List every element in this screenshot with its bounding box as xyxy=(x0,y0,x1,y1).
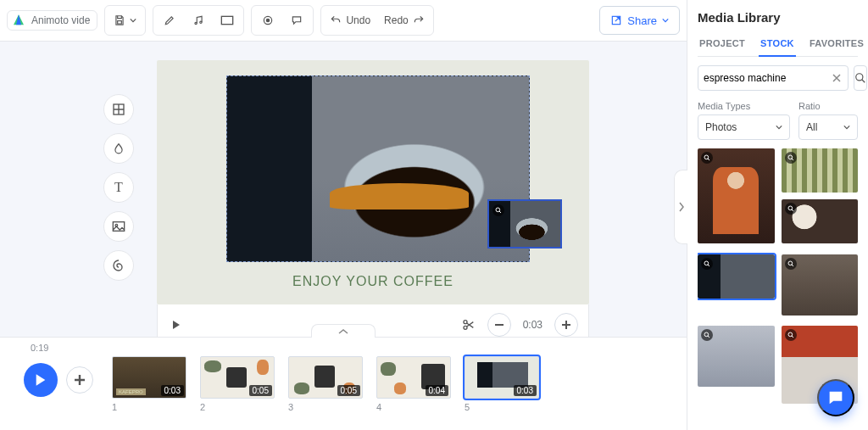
result-zoom-icon[interactable] xyxy=(785,329,797,341)
record-button[interactable] xyxy=(253,8,282,33)
filter-ratio: Ratio All xyxy=(798,101,858,140)
stock-result[interactable] xyxy=(698,326,775,387)
canvas-time: 0:03 xyxy=(520,319,546,331)
canvas-caption[interactable]: ENJOY YOUR COFFEE xyxy=(157,274,589,289)
result-zoom-icon[interactable] xyxy=(701,152,713,164)
svg-point-11 xyxy=(464,320,467,323)
sidebar-title: Media Library xyxy=(698,10,858,25)
media-types-select[interactable]: Photos xyxy=(698,114,790,140)
sidebar-collapse-handle[interactable] xyxy=(674,170,687,244)
canvas-media-background xyxy=(227,76,529,261)
svg-point-14 xyxy=(856,74,863,81)
svg-point-21 xyxy=(788,332,793,337)
result-zoom-icon[interactable] xyxy=(785,203,797,215)
library-tabs: PROJECT STOCK FAVORITES xyxy=(698,33,858,57)
redo-label: Redo xyxy=(384,14,409,26)
tab-project[interactable]: PROJECT xyxy=(698,33,747,56)
slide[interactable]: 0:03 5 xyxy=(465,356,539,412)
undo-button[interactable]: Undo xyxy=(323,8,377,33)
canvas-pip-preview[interactable] xyxy=(487,199,562,249)
svg-point-18 xyxy=(704,261,709,265)
slide-thumb[interactable]: KAFEPRO0:03 xyxy=(112,356,186,399)
slide[interactable]: 0:05 2 xyxy=(200,356,275,412)
minus-icon xyxy=(495,324,504,326)
stock-result[interactable] xyxy=(782,148,859,193)
slide-thumb[interactable]: 0:03 xyxy=(465,356,539,399)
layout-tool[interactable] xyxy=(103,94,134,125)
slide-thumb[interactable]: 0:05 xyxy=(288,356,363,399)
tab-stock[interactable]: STOCK xyxy=(759,33,796,57)
brand: Animoto vide xyxy=(9,13,95,28)
result-zoom-icon[interactable] xyxy=(701,258,713,270)
slide[interactable]: KAFEPRO0:03 1 xyxy=(112,356,186,412)
redo-button[interactable]: Redo xyxy=(377,8,431,33)
canvas-play-button[interactable] xyxy=(168,312,185,338)
animation-tool[interactable] xyxy=(103,250,134,281)
slide-duration: 0:05 xyxy=(337,385,360,396)
timeline-toggle[interactable] xyxy=(311,324,376,338)
slide[interactable]: 0:05 3 xyxy=(288,356,363,412)
svg-rect-3 xyxy=(222,16,233,24)
result-zoom-icon[interactable] xyxy=(785,152,797,164)
filter-label: Media Types xyxy=(698,101,790,111)
play-icon xyxy=(172,320,181,330)
search-button[interactable] xyxy=(854,65,867,91)
tab-favorites[interactable]: FAVORITES xyxy=(808,33,865,56)
stock-result[interactable] xyxy=(782,254,859,316)
stock-result[interactable] xyxy=(698,254,775,299)
canvas[interactable]: ENJOY YOUR COFFEE xyxy=(157,60,589,304)
ratio-value: All xyxy=(806,121,817,133)
share-icon xyxy=(610,14,622,26)
zoom-out-button[interactable] xyxy=(487,313,511,337)
search-box[interactable] xyxy=(698,65,849,91)
svg-point-17 xyxy=(788,206,793,210)
stock-result[interactable] xyxy=(698,148,775,243)
timeline-play-button[interactable] xyxy=(24,363,58,397)
layout-icon xyxy=(112,103,125,116)
svg-point-2 xyxy=(200,21,202,23)
save-menu-button[interactable] xyxy=(107,8,143,33)
trim-button[interactable] xyxy=(459,312,479,338)
svg-point-1 xyxy=(195,22,197,24)
swirl-icon xyxy=(112,259,125,272)
add-slide-button[interactable] xyxy=(66,366,93,394)
slide[interactable]: 0:04 4 xyxy=(376,356,451,412)
music-icon xyxy=(192,14,204,26)
caret-down-icon xyxy=(662,17,669,24)
pip-zoom-icon[interactable] xyxy=(492,204,504,216)
canvas-container: ENJOY YOUR COFFEE 0:03 xyxy=(157,60,589,337)
svg-rect-0 xyxy=(118,21,122,24)
search-input[interactable] xyxy=(704,72,831,84)
svg-point-15 xyxy=(704,155,709,159)
design-button[interactable] xyxy=(155,8,184,33)
slide-thumb[interactable]: 0:04 xyxy=(376,356,451,399)
save-icon xyxy=(114,14,125,26)
result-zoom-icon[interactable] xyxy=(785,258,797,270)
clear-search-icon[interactable] xyxy=(831,74,843,82)
image-tool[interactable] xyxy=(103,211,134,242)
slide-thumb[interactable]: 0:05 xyxy=(200,356,275,399)
text-tool[interactable]: T xyxy=(103,172,134,203)
redo-icon xyxy=(413,14,425,26)
audio-button[interactable] xyxy=(184,8,213,33)
chat-icon xyxy=(826,388,845,407)
result-zoom-icon[interactable] xyxy=(701,329,713,341)
undo-label: Undo xyxy=(346,14,370,26)
text-icon: T xyxy=(114,180,123,195)
search-icon xyxy=(854,72,866,84)
zoom-in-button[interactable] xyxy=(554,313,578,337)
share-button[interactable]: Share xyxy=(599,6,680,35)
color-tool[interactable] xyxy=(103,133,134,164)
comment-button[interactable] xyxy=(282,8,311,33)
canvas-media-frame[interactable] xyxy=(226,75,530,262)
stock-result[interactable] xyxy=(782,199,859,243)
slide-duration: 0:05 xyxy=(249,385,272,396)
media-types-value: Photos xyxy=(705,121,737,133)
slide-index: 4 xyxy=(376,402,451,412)
support-chat-button[interactable] xyxy=(817,379,854,416)
caret-down-icon xyxy=(843,124,850,131)
aspect-button[interactable] xyxy=(213,8,242,33)
filter-label: Ratio xyxy=(798,101,858,111)
ratio-select[interactable]: All xyxy=(798,114,858,140)
slide-strip: KAFEPRO0:03 1 0:05 2 0:05 3 xyxy=(105,356,539,412)
